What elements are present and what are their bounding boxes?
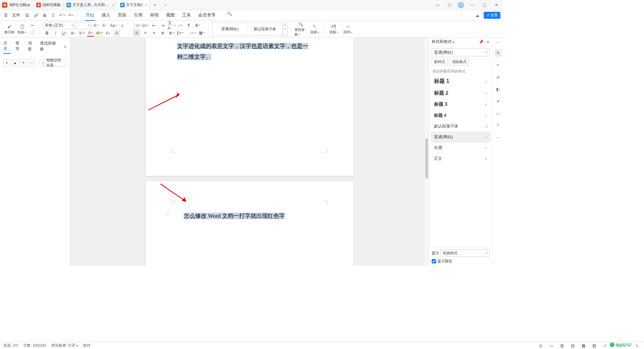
- toc-up-button[interactable]: ▴: [12, 59, 18, 66]
- highlight-icon[interactable]: ab: [96, 30, 103, 37]
- cut-icon[interactable]: ✂: [29, 22, 36, 29]
- pin-icon[interactable]: 📌: [479, 40, 484, 44]
- scrollbar-thumb[interactable]: [425, 138, 428, 179]
- font-effects-icon[interactable]: A: [113, 30, 120, 37]
- sort-icon[interactable]: ↕: [176, 22, 184, 29]
- tab-view[interactable]: 视图: [165, 10, 175, 21]
- tab-member[interactable]: 会员专享: [198, 10, 216, 21]
- tab-page[interactable]: 页面: [117, 10, 127, 21]
- close-panel-icon[interactable]: ✕: [63, 45, 67, 49]
- current-style-select[interactable]: 普通(网站)▾: [432, 48, 490, 56]
- tab-start[interactable]: 开始: [85, 10, 95, 21]
- share-button[interactable]: ↗ 分享: [484, 12, 500, 19]
- toc-remove-button[interactable]: −: [29, 59, 35, 66]
- increase-indent-icon[interactable]: ⇥: [159, 22, 166, 29]
- show-filter-select[interactable]: 有效样式▾: [440, 249, 490, 257]
- tab-references[interactable]: 引用: [133, 10, 143, 21]
- undo-icon[interactable]: ↶: [58, 12, 66, 19]
- selected-text[interactable]: 种二维文字。: [177, 54, 211, 60]
- font-size-select[interactable]: ▾: [76, 22, 91, 29]
- style-item-body[interactable]: 正文↲: [431, 153, 490, 164]
- select-button[interactable]: ↖选择: [309, 23, 321, 35]
- fill-color-icon[interactable]: ▭: [189, 30, 197, 36]
- superscript-icon[interactable]: X²: [78, 30, 86, 37]
- auto-toc-button[interactable]: ◌ 智能识别目录: [39, 59, 67, 66]
- line-spacing-icon[interactable]: ‖≡: [176, 30, 184, 36]
- selected-text[interactable]: 怎么修改 Word 文档一打字就出现红色字: [184, 213, 285, 219]
- gallery-up-icon[interactable]: ▴: [282, 23, 287, 27]
- close-icon[interactable]: ×: [112, 3, 114, 7]
- tab-insert[interactable]: 插入: [101, 10, 111, 21]
- style-item-heading3[interactable]: 标题 3↲: [431, 99, 490, 110]
- dock-select-icon[interactable]: ↖: [494, 61, 502, 69]
- show-marks-icon[interactable]: ¶: [185, 22, 193, 29]
- border-icon[interactable]: ▦: [198, 30, 205, 36]
- gallery-down-icon[interactable]: ▾: [282, 27, 287, 31]
- cube-icon[interactable]: ⬡: [445, 1, 453, 9]
- italic-icon[interactable]: I: [52, 30, 59, 37]
- dock-settings-icon[interactable]: ⇄: [494, 73, 502, 81]
- text-direction-icon[interactable]: 文A: [168, 22, 175, 29]
- dock-more-icon[interactable]: ⋯: [494, 134, 502, 141]
- number-list-icon[interactable]: 1≡: [142, 22, 149, 29]
- link-icon[interactable]: 🔗: [32, 12, 40, 19]
- bullet-list-icon[interactable]: ⋮≡: [133, 22, 140, 29]
- arrange-button[interactable]: ▭排列: [342, 23, 354, 35]
- strikethrough-icon[interactable]: A̵: [69, 30, 77, 37]
- bold-icon[interactable]: B: [43, 30, 51, 37]
- dock-help-icon[interactable]: ?: [494, 122, 502, 129]
- tab-doc-2[interactable]: W 文字文稿1 •: [117, 0, 149, 10]
- decrease-indent-icon[interactable]: ⇤: [150, 22, 158, 29]
- shading-icon[interactable]: A: [104, 30, 112, 37]
- cloud-icon[interactable]: ☁: [474, 12, 481, 19]
- style-item-header[interactable]: 页眉↲: [431, 143, 490, 153]
- increase-font-icon[interactable]: A⁺: [92, 22, 100, 29]
- new-style-button[interactable]: 新样式: [432, 58, 447, 65]
- gallery-expand-icon[interactable]: ⌄: [282, 31, 287, 36]
- print-icon[interactable]: 🖶: [41, 12, 48, 19]
- style-item-heading4[interactable]: 标题 4↲: [431, 110, 490, 121]
- align-center-icon[interactable]: ≡: [142, 30, 149, 36]
- maximize-button[interactable]: ▢: [480, 1, 488, 9]
- align-left-icon[interactable]: ≡: [133, 30, 140, 36]
- underline-icon[interactable]: U: [61, 30, 68, 37]
- decrease-font-icon[interactable]: A⁻: [101, 22, 108, 29]
- tab-review[interactable]: 审阅: [149, 10, 159, 21]
- style-item-heading2[interactable]: 标题 2↲: [431, 88, 490, 99]
- distribute-icon[interactable]: ≣: [168, 30, 175, 36]
- file-menu[interactable]: 文件: [12, 12, 20, 18]
- drag-handle-icon[interactable]: ⠿: [166, 212, 169, 216]
- style-gallery-item[interactable]: 普通(网站): [213, 23, 248, 36]
- align-justify-icon[interactable]: ≣: [159, 30, 166, 36]
- clear-format-icon[interactable]: ◇: [118, 22, 126, 29]
- change-case-icon[interactable]: Aa: [110, 22, 117, 29]
- document-scroll[interactable]: 文字进化成的表意文字，汉字也是语素文字，也是一 种二维文字。 ⠿ 怎么修改 Wo…: [70, 38, 429, 266]
- tab-templates[interactable]: ◆ 找稻壳模板: [34, 0, 64, 10]
- toc-filter-dropdown[interactable]: ▾: [3, 59, 10, 66]
- nav-tab-toc[interactable]: 目录: [3, 40, 11, 54]
- hamburger-icon[interactable]: ☰: [3, 12, 9, 18]
- tab-tools[interactable]: 工具: [181, 10, 192, 21]
- collapse-dock-icon[interactable]: ―: [496, 40, 500, 45]
- nav-tab-chapters[interactable]: 章节: [15, 41, 23, 53]
- font-name-select[interactable]: 宋体 (正文)▾: [43, 22, 75, 29]
- line-tools-icon[interactable]: Ⅲ: [194, 22, 201, 29]
- scrollbar[interactable]: [425, 38, 429, 266]
- format-painter-button[interactable]: 🖌格式刷: [3, 23, 15, 35]
- close-button[interactable]: ✕: [492, 1, 500, 9]
- tab-list-dropdown[interactable]: [161, 3, 169, 7]
- style-item-normal-web[interactable]: 普通(网站)↲: [431, 132, 490, 142]
- align-right-icon[interactable]: ≡: [150, 30, 158, 36]
- style-item-default-para[interactable]: 默认段落字体a: [431, 121, 490, 132]
- close-panel-icon[interactable]: ✕: [486, 40, 490, 44]
- print-preview-icon[interactable]: 🗋: [50, 12, 57, 19]
- minimize-button[interactable]: ―: [468, 1, 476, 9]
- dock-tools-icon[interactable]: ✦: [494, 98, 502, 105]
- nav-tab-bookmarks[interactable]: 书签: [28, 41, 35, 53]
- avatar[interactable]: [458, 2, 464, 8]
- add-tab-button[interactable]: ＋: [149, 2, 161, 8]
- reader-mode-icon[interactable]: ▭: [433, 1, 441, 9]
- find-replace-button[interactable]: 🔍查找替换: [294, 21, 307, 37]
- dock-styles-icon[interactable]: ✎: [494, 49, 502, 57]
- dock-layers-icon[interactable]: ◧: [494, 86, 502, 93]
